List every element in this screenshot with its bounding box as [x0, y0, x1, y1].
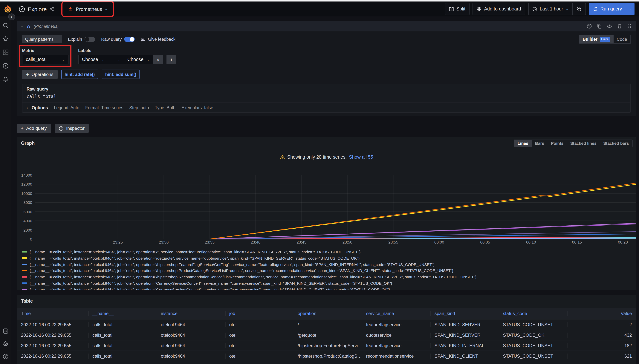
column-header-service_name[interactable]: service_name	[362, 311, 430, 316]
legend-item[interactable]: {__name__="calls_total", instance="otelc…	[22, 262, 633, 266]
y-axis-label: 4000	[21, 218, 32, 223]
operations-label: Operations	[32, 72, 53, 77]
legend-item[interactable]: {__name__="calls_total", instance="otelc…	[22, 287, 633, 290]
legend-swatch	[22, 270, 27, 272]
duplicate-query-icon[interactable]	[597, 24, 602, 29]
graph-mode-stacked-lines[interactable]: Stacked lines	[567, 140, 600, 147]
zoom-out-button[interactable]	[572, 3, 586, 14]
query-editor-panel: ⌄ A (Prometheus)	[17, 21, 636, 116]
column-header-instance[interactable]: instance	[157, 311, 225, 316]
label-value-select[interactable]: Choose ⌄	[124, 54, 153, 64]
table-cell: calls_total	[88, 353, 157, 358]
run-query-main[interactable]: Run query	[589, 3, 626, 15]
query-row-header[interactable]: ⌄ A (Prometheus)	[17, 21, 636, 32]
column-header-job[interactable]: job	[225, 311, 294, 316]
settings-gear-icon[interactable]	[2, 341, 8, 347]
remove-label-filter-button[interactable]: ×	[153, 54, 163, 64]
disable-query-eye-icon[interactable]	[607, 24, 612, 29]
options-row[interactable]: › Options Legend: Auto Format: Time seri…	[22, 102, 630, 112]
chevron-down-icon: ⌄	[62, 58, 65, 61]
explore-header: Explore	[19, 6, 54, 12]
dashboard-grid-icon	[477, 6, 482, 12]
add-label-filter-button[interactable]: +	[166, 54, 176, 64]
graph-mode-bars[interactable]: Bars	[532, 140, 548, 147]
graph-legend: {__name__="calls_total", instance="otelc…	[22, 250, 633, 290]
time-picker-group: Last 1 hour ⌄	[528, 3, 586, 15]
column-header-status_code[interactable]: status_code	[499, 311, 567, 316]
legend-item[interactable]: {__name__="calls_total", instance="otelc…	[22, 274, 633, 279]
metric-labels-row: Metric calls_total ⌄ Labels Choose ⌄	[22, 48, 631, 64]
table-cell: featureflagservice	[362, 322, 430, 327]
explain-toggle[interactable]	[85, 37, 95, 42]
browser-top-strip	[0, 0, 639, 2]
label-key-select[interactable]: Choose ⌄	[78, 54, 108, 64]
give-feedback-label: Give feedback	[148, 37, 176, 42]
legend-item[interactable]: {__name__="calls_total", instance="otelc…	[22, 250, 633, 254]
run-query-button[interactable]: Run query ⌄	[589, 3, 634, 15]
help-icon[interactable]	[2, 354, 8, 360]
x-axis-label: 00:20	[614, 240, 632, 244]
chevron-down-icon: ⌄	[566, 7, 568, 11]
y-axis-label: 6000	[21, 209, 32, 214]
plot-canvas[interactable]	[35, 174, 636, 240]
query-patterns-button[interactable]: Query patterns ⌄	[22, 35, 62, 44]
legend-item[interactable]: {__name__="calls_total", instance="otelc…	[22, 268, 633, 273]
chevron-down-icon: ⌄	[56, 38, 59, 41]
table-cell: recommendationservice	[362, 353, 430, 358]
column-header-__name__[interactable]: __name__	[88, 311, 157, 316]
label-op-select[interactable]: = ⌄	[108, 54, 124, 64]
sign-in-icon[interactable]	[2, 328, 8, 334]
add-query-button[interactable]: + Add query	[17, 124, 51, 133]
remove-query-trash-icon[interactable]	[617, 24, 622, 29]
datasource-picker[interactable]: Prometheus ⌄	[64, 3, 111, 14]
give-feedback-link[interactable]: Give feedback	[141, 37, 176, 42]
hint-add-sum-button[interactable]: hint: add sum()	[102, 70, 140, 79]
show-all-series-link[interactable]: Show all 55	[349, 154, 373, 160]
split-icon	[449, 6, 454, 12]
legend-swatch	[22, 276, 27, 278]
column-header-operation[interactable]: operation	[294, 311, 362, 316]
sidebar-bottom-icons	[2, 328, 8, 360]
time-series-plot[interactable]: 0200040006000800010000120001400023:2523:…	[21, 170, 633, 247]
star-icon[interactable]	[2, 36, 8, 42]
collapse-icon[interactable]: ⌄	[20, 24, 24, 28]
x-axis-label: 00:10	[522, 240, 540, 244]
labels-field-group: Labels Choose ⌄ = ⌄ Choose	[78, 48, 176, 64]
builder-tab[interactable]: Builder Beta	[579, 35, 613, 44]
legend-item[interactable]: {__name__="calls_total", instance="otelc…	[22, 281, 633, 286]
table-cell: SPAN_KIND_INTERNAL	[430, 343, 499, 348]
inspector-button[interactable]: Inspector	[54, 124, 89, 133]
add-operation-button[interactable]: + Operations	[22, 70, 58, 79]
option-type: Type: Both	[155, 105, 176, 110]
column-header-time[interactable]: Time	[17, 311, 88, 316]
operations-row: + Operations hint: add rate() hint: add …	[22, 70, 631, 79]
table-cell: 2022-10-16 00:22:29.655	[17, 353, 88, 358]
metric-select[interactable]: calls_total ⌄	[22, 54, 68, 64]
split-button[interactable]: Split	[445, 3, 470, 15]
legend-item[interactable]: {__name__="calls_total", instance="otelc…	[22, 256, 633, 260]
hint-add-rate-button[interactable]: hint: add rate()	[61, 70, 98, 79]
query-help-icon[interactable]	[586, 24, 592, 29]
raw-query-toggle[interactable]	[124, 37, 135, 42]
add-to-dashboard-button[interactable]: Add to dashboard	[472, 3, 525, 15]
search-icon[interactable]	[2, 22, 8, 28]
graph-mode-stacked-bars[interactable]: Stacked bars	[600, 140, 632, 147]
graph-mode-points[interactable]: Points	[548, 140, 567, 147]
run-query-dropdown[interactable]: ⌄	[626, 3, 634, 15]
explore-compass-icon[interactable]	[2, 63, 8, 69]
table-cell: featureflagservice	[362, 343, 430, 348]
code-tab[interactable]: Code	[613, 35, 630, 44]
graph-mode-lines[interactable]: Lines	[514, 140, 532, 147]
column-header-value[interactable]: Value	[567, 311, 636, 316]
column-header-span_kind[interactable]: span_kind	[430, 311, 499, 316]
label-key-placeholder: Choose	[82, 57, 98, 62]
drag-handle-icon[interactable]	[627, 24, 632, 29]
alerting-bell-icon[interactable]	[2, 76, 8, 82]
legend-label: {__name__="calls_total", instance="otelc…	[30, 268, 454, 273]
grafana-logo[interactable]	[3, 4, 12, 14]
dashboards-icon[interactable]	[2, 50, 8, 55]
comment-icon	[141, 37, 146, 42]
sidebar-expand-button[interactable]: ›	[8, 14, 15, 20]
time-range-picker[interactable]: Last 1 hour ⌄	[528, 3, 572, 14]
share-icon[interactable]	[50, 6, 54, 12]
